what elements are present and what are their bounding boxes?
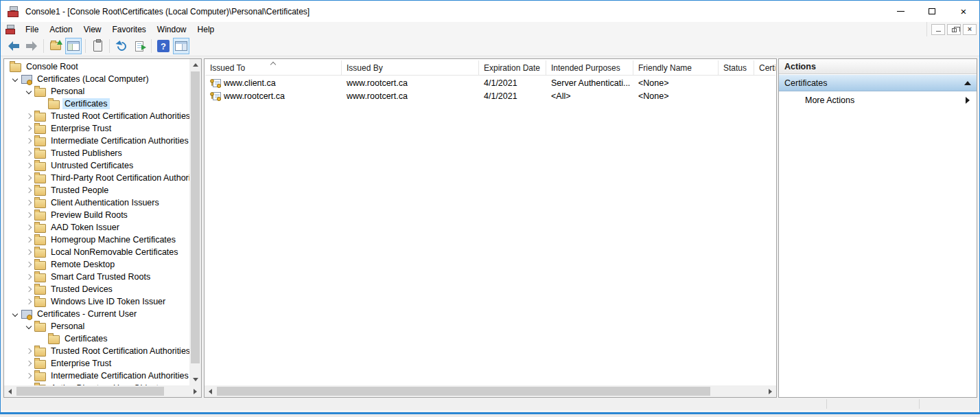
scrollbar-thumb[interactable] (16, 387, 164, 396)
tree-item-client-auth-issuers[interactable]: Client Authentication Issuers (4, 196, 189, 209)
scroll-left-button[interactable] (4, 385, 16, 397)
chevron-right-icon[interactable] (23, 172, 34, 183)
chevron-right-icon[interactable] (23, 284, 34, 295)
tree-item-trusted-root-cu[interactable]: Trusted Root Certification Authorities (4, 345, 189, 357)
tree-item-enterprise-trust[interactable]: Enterprise Trust (4, 122, 189, 135)
help-button[interactable]: ? (155, 38, 172, 54)
tree-item-third-party-root[interactable]: Third-Party Root Certification Authoriti… (4, 172, 189, 184)
close-button[interactable]: × (948, 1, 979, 22)
certificate-row[interactable]: www.client.ca www.rootcert.ca 4/1/2021 S… (205, 76, 775, 89)
menu-file[interactable]: File (20, 23, 44, 36)
paste-button[interactable] (89, 38, 106, 54)
menu-help[interactable]: Help (192, 23, 220, 36)
minimize-button[interactable] (885, 1, 916, 22)
mmc-toolbox-icon (8, 6, 20, 17)
tree-item-untrusted-certificates[interactable]: Untrusted Certificates (4, 159, 189, 172)
list-horizontal-scrollbar[interactable] (205, 385, 776, 397)
menu-view[interactable]: View (78, 23, 107, 36)
chevron-down-icon[interactable] (23, 321, 34, 332)
scrollbar-thumb[interactable] (191, 71, 200, 363)
tree-item-certificates-current-user[interactable]: Certificates - Current User (4, 308, 189, 320)
forward-button[interactable] (23, 38, 40, 54)
chevron-down-icon[interactable] (10, 74, 21, 84)
tree-item-certificates-selected[interactable]: Certificates (4, 98, 189, 110)
menu-favorites[interactable]: Favorites (107, 23, 152, 36)
chevron-right-icon[interactable] (23, 210, 34, 221)
chevron-down-icon[interactable] (10, 308, 21, 319)
mdi-minimize-button[interactable] (931, 24, 945, 35)
folder-icon (34, 223, 46, 232)
scrollbar-thumb[interactable] (217, 387, 710, 396)
scroll-right-button[interactable] (189, 385, 201, 397)
tree-horizontal-scrollbar[interactable] (4, 385, 201, 397)
chevron-right-icon[interactable] (23, 358, 34, 369)
tree-item-certificates-cu[interactable]: Certificates (4, 333, 189, 345)
column-header-issued-by[interactable]: Issued By (342, 60, 479, 75)
show-hide-console-tree-button[interactable] (65, 38, 82, 54)
chevron-right-icon[interactable] (23, 247, 34, 258)
tree-item-console-root[interactable]: Console Root (4, 60, 189, 73)
chevron-right-icon[interactable] (23, 234, 34, 245)
tree-item-aad-token-issuer[interactable]: AAD Token Issuer (4, 221, 189, 234)
column-header-certificate[interactable]: Certi (754, 60, 775, 75)
tree-item-trusted-devices[interactable]: Trusted Devices (4, 283, 189, 295)
chevron-right-icon[interactable] (23, 222, 34, 233)
chevron-right-icon[interactable] (23, 185, 34, 196)
tree-item-personal[interactable]: Personal (4, 85, 189, 98)
tree-item-remote-desktop[interactable]: Remote Desktop (4, 258, 189, 271)
chevron-right-icon[interactable] (23, 370, 34, 381)
tree-item-trusted-people[interactable]: Trusted People (4, 184, 189, 196)
chevron-down-icon[interactable] (23, 86, 34, 97)
actions-group-certificates[interactable]: Certificates (779, 75, 977, 91)
scroll-down-button[interactable] (189, 374, 201, 385)
chevron-right-icon[interactable] (23, 259, 34, 270)
column-label: Issued By (347, 63, 383, 73)
column-header-issued-to[interactable]: Issued To (205, 60, 342, 75)
maximize-button[interactable] (916, 1, 948, 22)
column-header-intended-purposes[interactable]: Intended Purposes (546, 60, 633, 75)
tree-item-personal-cu[interactable]: Personal (4, 320, 189, 333)
chevron-right-icon[interactable] (23, 346, 34, 357)
export-list-button[interactable] (131, 38, 148, 54)
tree-item-trusted-root[interactable]: Trusted Root Certification Authorities (4, 110, 189, 122)
menu-window[interactable]: Window (152, 23, 192, 36)
tree-item-certificates-local-computer[interactable]: Certificates (Local Computer) (4, 73, 189, 85)
tree-item-intermediate[interactable]: Intermediate Certification Authorities (4, 135, 189, 147)
refresh-button[interactable] (113, 38, 130, 54)
chevron-right-icon[interactable] (23, 148, 34, 159)
chevron-right-icon[interactable] (23, 160, 34, 171)
up-one-level-button[interactable] (47, 38, 64, 54)
mdi-restore-button[interactable] (947, 24, 961, 35)
chevron-right-icon[interactable] (23, 135, 34, 146)
scroll-right-button[interactable] (765, 385, 776, 397)
tree-item-label: Intermediate Certification Authorities (49, 135, 189, 146)
tree-item-homegroup-machine[interactable]: Homegroup Machine Certificates (4, 234, 189, 246)
back-button[interactable] (5, 38, 22, 54)
column-header-status[interactable]: Status (719, 60, 754, 75)
mdi-close-button[interactable]: × (963, 24, 977, 35)
collapse-arrow-icon[interactable] (964, 81, 971, 85)
tree-vertical-scrollbar[interactable] (189, 59, 201, 385)
more-actions-item[interactable]: More Actions (779, 92, 977, 109)
menu-action[interactable]: Action (44, 23, 78, 36)
column-header-friendly-name[interactable]: Friendly Name (633, 60, 719, 75)
mmc-child-icon[interactable] (5, 25, 16, 34)
chevron-right-icon[interactable] (23, 111, 34, 122)
scroll-up-button[interactable] (189, 59, 201, 71)
show-hide-action-pane-button[interactable] (173, 38, 189, 54)
chevron-right-icon[interactable] (23, 271, 34, 282)
tree-item-enterprise-trust-cu[interactable]: Enterprise Trust (4, 357, 189, 370)
column-header-expiration-date[interactable]: Expiration Date (479, 60, 546, 75)
chevron-right-icon[interactable] (23, 123, 34, 134)
tree-item-local-nonremovable[interactable]: Local NonRemovable Certificates (4, 246, 189, 258)
tree-item-intermediate-cu[interactable]: Intermediate Certification Authorities (4, 370, 189, 382)
tree-item-smart-card-trusted-roots[interactable]: Smart Card Trusted Roots (4, 271, 189, 283)
tree-item-trusted-publishers[interactable]: Trusted Publishers (4, 147, 189, 159)
scroll-left-button[interactable] (205, 385, 216, 397)
tree-item-windows-live-id[interactable]: Windows Live ID Token Issuer (4, 295, 189, 308)
tree-item-label: Remote Desktop (49, 259, 117, 270)
certificate-row[interactable]: www.rootcert.ca www.rootcert.ca 4/1/2021… (205, 89, 775, 102)
tree-item-preview-build-roots[interactable]: Preview Build Roots (4, 209, 189, 221)
chevron-right-icon[interactable] (23, 197, 34, 208)
chevron-right-icon[interactable] (23, 296, 34, 307)
